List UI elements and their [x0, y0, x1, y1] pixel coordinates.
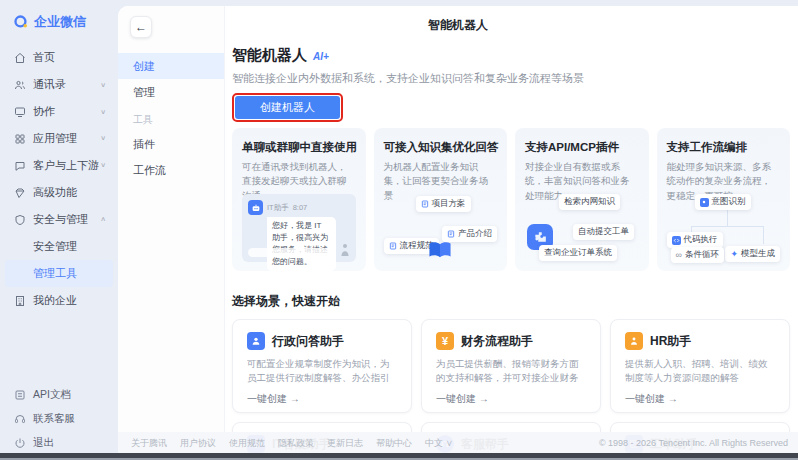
chat-sender-name: IT助手: [267, 203, 289, 213]
intent-icon: [700, 198, 709, 207]
sidebar-item-contacts[interactable]: 通讯录 ∨: [5, 71, 113, 98]
scenario-title: HR助手: [650, 333, 691, 350]
doc-icon: [447, 230, 455, 238]
one-click-create-link[interactable]: 一键创建 →: [625, 392, 678, 406]
feature-title: 支持工作流编排: [667, 140, 781, 155]
connector-line: [763, 226, 764, 244]
workflow-illustration: 意图识别 代码执行 ✦ 模型生成 ∞ 条件循环: [667, 192, 781, 263]
footer-link-help[interactable]: 帮助中心: [376, 437, 412, 450]
page-title: 智能机器人: [232, 46, 307, 65]
document-icon: [14, 389, 26, 401]
subnav-label: 创建: [133, 59, 155, 74]
create-robot-button[interactable]: 创建机器人: [235, 96, 340, 119]
footer-link-about[interactable]: 关于腾讯: [131, 437, 167, 450]
shield-icon: [14, 214, 26, 226]
workflow-pill: 代码执行: [667, 232, 723, 248]
sidebar-item-label: 安全与管理: [33, 212, 88, 227]
sidebar-item-label: 联系客服: [33, 412, 75, 426]
secondary-sidebar: ← 创建 管理 工具 插件 工作流: [118, 6, 225, 460]
chevron-down-icon: ∨: [100, 162, 106, 169]
scenario-desc: 为员工提供薪酬、报销等财务方面的支持和解答，并可对接企业财务系统提交申请: [436, 357, 586, 385]
sidebar-item-label: 我的企业: [33, 293, 77, 308]
subnav-label: 插件: [133, 137, 155, 152]
sidebar-footer: API文档 联系客服 退出: [0, 383, 118, 455]
main-panel: 智能机器人 ← 创建 管理 工具 插件 工作流 智能机器人 AI+ 智能连接企业…: [118, 6, 798, 460]
footer-link-changelog[interactable]: 更新日志: [327, 437, 363, 450]
sidebar-item-label: 协作: [33, 104, 55, 119]
language-selector[interactable]: 中文 ∨: [425, 437, 453, 450]
robot-avatar-icon: [248, 200, 263, 215]
chevron-down-icon: ∨: [100, 108, 106, 115]
feature-card-knowledge: 可接入知识集优化回答 为机器人配置业务知识集，让回答更契合业务场景 项目方案 产…: [374, 128, 508, 271]
click-annotation-box: 创建机器人: [232, 93, 343, 122]
sidebar-item-advanced-features[interactable]: 高级功能: [5, 179, 113, 206]
subnav-item-create[interactable]: 创建: [118, 53, 224, 79]
connector-line: [727, 210, 728, 226]
workflow-pill: ✦ 模型生成: [725, 246, 780, 262]
subnav-item-manage[interactable]: 管理: [118, 79, 224, 105]
chevron-down-icon: ∨: [100, 81, 106, 88]
sidebar-item-contact-support[interactable]: 联系客服: [5, 407, 113, 431]
footer-link-usage[interactable]: 使用规范: [229, 437, 265, 450]
sidebar-item-label: 高级功能: [33, 185, 77, 200]
scenario-card-admin-qa[interactable]: 行政问答助手 可配置企业规章制度作为知识，为员工提供行政制度解答、办公指引 一键…: [232, 319, 412, 413]
knowledge-tag: 产品介绍: [442, 226, 497, 242]
subnav-item-workflow[interactable]: 工作流: [118, 157, 224, 183]
workflow-pill: 意图识别: [695, 194, 751, 210]
finance-assistant-icon: ¥: [436, 332, 454, 350]
chevron-down-icon: ∨: [100, 135, 106, 142]
feature-title: 单聊或群聊中直接使用: [242, 140, 356, 155]
sidebar-item-logout[interactable]: 退出: [5, 431, 113, 455]
sidebar-item-label: 客户与上下游: [33, 158, 99, 173]
plugins-illustration: 检索内网知识 自动提交工单 查询企业订单系统: [525, 192, 639, 263]
sidebar-item-security-admin[interactable]: 安全管理: [5, 233, 113, 260]
customer-chat-icon: [14, 160, 26, 172]
building-icon: [14, 295, 26, 307]
brand-name: 企业微信: [34, 13, 86, 31]
feature-cards: 单聊或群聊中直接使用 可在通讯录找到机器人，直接发起聊天或拉入群聊沟通。 IT助…: [232, 128, 790, 271]
chat-input-placeholder-bar: [248, 248, 335, 257]
footer-link-agreement[interactable]: 用户协议: [180, 437, 216, 450]
app-window: 企业微信 首页 通讯录 ∨ 协作 ∨ 应用管理 ∨ 客户与上下游 ∨ 高级: [0, 0, 798, 460]
scenario-title: 行政问答助手: [272, 333, 344, 350]
collaboration-icon: [14, 106, 26, 118]
sidebar-item-label: 首页: [33, 50, 55, 65]
sidebar-item-collaboration[interactable]: 协作 ∨: [5, 98, 113, 125]
arrow-right-icon: →: [479, 393, 489, 404]
sidebar-item-api-docs[interactable]: API文档: [5, 383, 113, 407]
back-button[interactable]: ←: [130, 16, 152, 38]
sidebar-item-home[interactable]: 首页: [5, 44, 113, 71]
subnav-label: 工作流: [133, 163, 166, 178]
subnav-item-plugins[interactable]: 插件: [118, 131, 224, 157]
sidebar-item-label: API文档: [33, 388, 71, 402]
sidebar-item-label: 安全管理: [33, 239, 77, 254]
doc-icon: [421, 200, 429, 208]
copyright-text: © 1998 - 2026 Tencent Inc. All Rights Re…: [599, 438, 788, 448]
power-icon: [14, 437, 26, 449]
feature-card-chat-usage: 单聊或群聊中直接使用 可在通讯录找到机器人，直接发起聊天或拉入群聊沟通。 IT助…: [232, 128, 366, 271]
sidebar-item-admin-tools[interactable]: 管理工具: [5, 260, 113, 287]
scenario-title: 财务流程助手: [461, 333, 533, 350]
subnav-label: 工具: [133, 113, 153, 127]
one-click-create-link[interactable]: 一键创建 →: [436, 392, 489, 406]
plugin-pill: 检索内网知识: [559, 194, 620, 210]
feature-title: 支持API/MCP插件: [525, 140, 639, 155]
wecom-logo-icon: [13, 14, 29, 30]
infinity-loop-icon: ∞: [676, 250, 682, 260]
feature-card-plugins: 支持API/MCP插件 对接企业自有数据或系统，丰富知识问答和业务处理能力 检索…: [515, 128, 649, 271]
primary-sidebar: 企业微信 首页 通讯录 ∨ 协作 ∨ 应用管理 ∨ 客户与上下游 ∨ 高级: [0, 0, 118, 460]
feature-title: 可接入知识集优化回答: [384, 140, 498, 155]
one-click-create-link[interactable]: 一键创建 →: [247, 392, 300, 406]
sidebar-item-my-company[interactable]: 我的企业: [5, 287, 113, 314]
code-icon: [672, 236, 681, 245]
footer-link-privacy[interactable]: 隐私政策: [278, 437, 314, 450]
scenario-desc: 可配置企业规章制度作为知识，为员工提供行政制度解答、办公指引: [247, 357, 397, 385]
sidebar-item-app-management[interactable]: 应用管理 ∨: [5, 125, 113, 152]
sidebar-item-customers[interactable]: 客户与上下游 ∨: [5, 152, 113, 179]
scenario-card-finance[interactable]: ¥ 财务流程助手 为员工提供薪酬、报销等财务方面的支持和解答，并可对接企业财务系…: [421, 319, 601, 413]
gem-icon: [14, 187, 26, 199]
scenario-card-hr[interactable]: HR助手 提供新人入职、招聘、培训、绩效制度等人力资源问题的解答 一键创建 →: [610, 319, 790, 413]
back-arrow-icon: ←: [135, 20, 147, 34]
sidebar-item-security-management[interactable]: 安全与管理 ∧: [5, 206, 113, 233]
plugin-pill: 自动提交工单: [573, 224, 634, 240]
